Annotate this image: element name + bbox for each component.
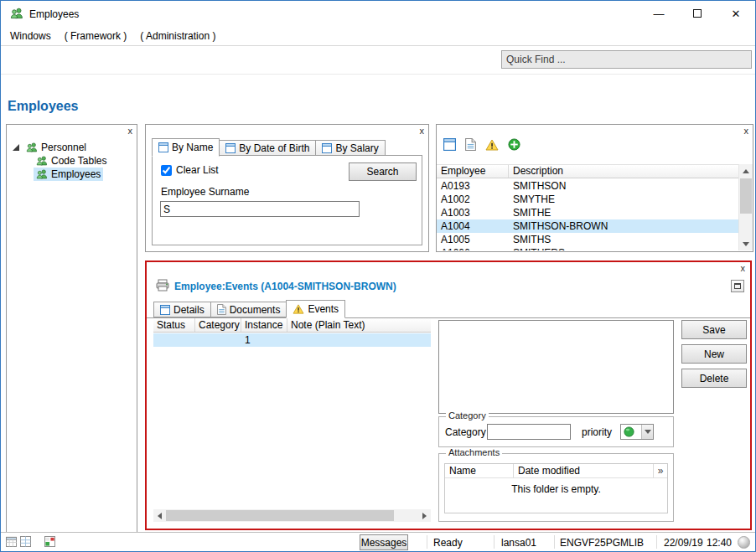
list-item[interactable]: A1005 SMITHS: [437, 233, 738, 246]
app-module-icon[interactable]: [44, 536, 55, 547]
tree-item-label: Employees: [51, 168, 101, 180]
list-item[interactable]: A0193 SMITHSON: [437, 179, 738, 193]
employee-surname-input[interactable]: [160, 201, 360, 217]
new-button[interactable]: New: [681, 344, 747, 364]
page-title: Employees: [8, 99, 78, 114]
tree-item-personnel[interactable]: Personnel: [7, 141, 137, 154]
employee-description: SMITHERS: [509, 246, 738, 250]
scroll-thumb[interactable]: [740, 178, 752, 214]
details-icon[interactable]: [443, 138, 456, 151]
search-button[interactable]: Search: [349, 163, 417, 181]
tab-by-name[interactable]: By Name: [152, 138, 220, 157]
tab-documents[interactable]: Documents: [210, 302, 287, 317]
people-icon: [36, 155, 48, 167]
priority-dropdown[interactable]: [620, 424, 654, 440]
messages-button[interactable]: Messages: [360, 534, 408, 550]
employee-description: SMITHS: [509, 233, 738, 246]
minimize-button[interactable]: —: [639, 1, 678, 26]
maximize-button[interactable]: [678, 1, 717, 26]
delete-button[interactable]: Delete: [681, 369, 747, 388]
statusbar: Messages Ready lansa01 ENG VF25PGMLIB 22…: [1, 532, 755, 551]
tree-item-code-tables[interactable]: Code Tables: [7, 154, 137, 168]
vertical-scrollbar[interactable]: [738, 164, 753, 250]
column-header-date-modified[interactable]: Date modified: [514, 464, 654, 477]
document-icon: [217, 304, 226, 315]
category-input[interactable]: [487, 424, 571, 440]
quick-find-input[interactable]: [501, 50, 752, 69]
list-item[interactable]: A1002 SMYTHE: [437, 193, 738, 206]
navigation-tree-panel: x Personnel Code Tables Employees: [6, 124, 137, 533]
window-controls: — ✕: [639, 1, 755, 26]
list-toolbar: [443, 138, 520, 151]
column-header-note[interactable]: Note (Plain Text): [287, 318, 431, 332]
tab-events[interactable]: Events: [286, 300, 345, 318]
priority-ball-icon: [624, 426, 634, 437]
clear-list-checkbox[interactable]: [161, 165, 172, 176]
statusbar-separator: [656, 535, 657, 549]
window-title: Employees: [29, 8, 79, 20]
scroll-up-arrow[interactable]: [739, 164, 753, 178]
documents-icon[interactable]: [465, 138, 476, 151]
column-header-employee[interactable]: Employee: [437, 165, 509, 178]
employee-code: A1005: [437, 233, 509, 246]
scroll-thumb[interactable]: [166, 510, 394, 521]
tab-label: Events: [308, 303, 339, 315]
chevron-expand-icon[interactable]: »: [654, 464, 667, 477]
event-status: [153, 333, 195, 347]
events-grid: Status Category Instance Note (Plain Tex…: [153, 318, 431, 522]
dropdown-arrow-icon[interactable]: [641, 425, 653, 439]
calendar-icon[interactable]: [6, 536, 17, 547]
employee-events-panel: x Employee:Events (A1004-SMITHSON-BROWN)…: [145, 261, 752, 530]
grid-icon[interactable]: [20, 536, 31, 547]
events-warning-icon[interactable]: [485, 139, 499, 151]
event-row-selected[interactable]: 1: [153, 333, 431, 347]
list-panel-close-icon[interactable]: x: [744, 126, 749, 136]
column-header-name[interactable]: Name: [445, 464, 514, 477]
tab-by-date-of-birth[interactable]: By Date of Birth: [219, 140, 316, 156]
statusbar-separator: [427, 535, 427, 549]
tab-label: By Date of Birth: [239, 142, 309, 154]
tree-panel-close-icon[interactable]: x: [128, 126, 133, 136]
statusbar-separator: [494, 535, 495, 549]
status-ball-icon: [738, 536, 750, 549]
save-button[interactable]: Save: [681, 320, 747, 339]
scroll-left-arrow[interactable]: [153, 509, 166, 522]
event-category: [195, 333, 241, 347]
column-header-status[interactable]: Status: [153, 318, 195, 332]
scroll-right-arrow[interactable]: [418, 509, 431, 522]
menu-framework[interactable]: ( Framework ): [63, 28, 129, 44]
employee-list-panel: x Employee Description A0193 SMITHSON A1…: [436, 124, 753, 252]
tree-item-employees[interactable]: Employees: [7, 168, 137, 181]
note-editor[interactable]: [438, 320, 674, 414]
employee-description: SMITHSON: [509, 179, 738, 193]
column-header-category[interactable]: Category: [195, 318, 241, 332]
events-grid-body: 1: [153, 333, 431, 509]
status-user: lansa01: [501, 537, 536, 549]
tab-by-salary[interactable]: By Salary: [315, 140, 385, 156]
tab-details[interactable]: Details: [153, 302, 211, 317]
menu-administration[interactable]: ( Administration ): [138, 28, 217, 44]
menu-windows[interactable]: Windows: [8, 28, 53, 44]
form-icon: [158, 142, 168, 152]
printer-icon: [156, 279, 169, 291]
list-item[interactable]: A1006 SMITHERS: [437, 246, 738, 250]
form-icon: [225, 143, 236, 153]
add-icon[interactable]: [508, 138, 520, 151]
column-header-description[interactable]: Description: [509, 165, 738, 178]
event-instance: 1: [241, 333, 287, 347]
search-panel-close-icon[interactable]: x: [420, 126, 425, 136]
app-window: Employees — ✕ Windows ( Framework ) ( Ad…: [0, 0, 756, 552]
app-icon: [10, 7, 23, 20]
attachments-header: Name Date modified »: [445, 464, 667, 478]
list-item[interactable]: A1003 SMITHE: [437, 206, 738, 219]
events-panel-close-icon[interactable]: x: [741, 263, 746, 273]
maximize-icon: [693, 9, 702, 18]
list-item-selected[interactable]: A1004 SMITHSON-BROWN: [437, 219, 738, 233]
horizontal-scrollbar[interactable]: [153, 509, 431, 522]
scroll-down-arrow[interactable]: [739, 237, 753, 250]
tree-expander-icon[interactable]: [13, 144, 19, 151]
restore-button[interactable]: [731, 280, 744, 292]
column-header-instance[interactable]: Instance: [241, 318, 287, 332]
close-button[interactable]: ✕: [717, 1, 755, 26]
tab-label: By Salary: [335, 142, 378, 154]
